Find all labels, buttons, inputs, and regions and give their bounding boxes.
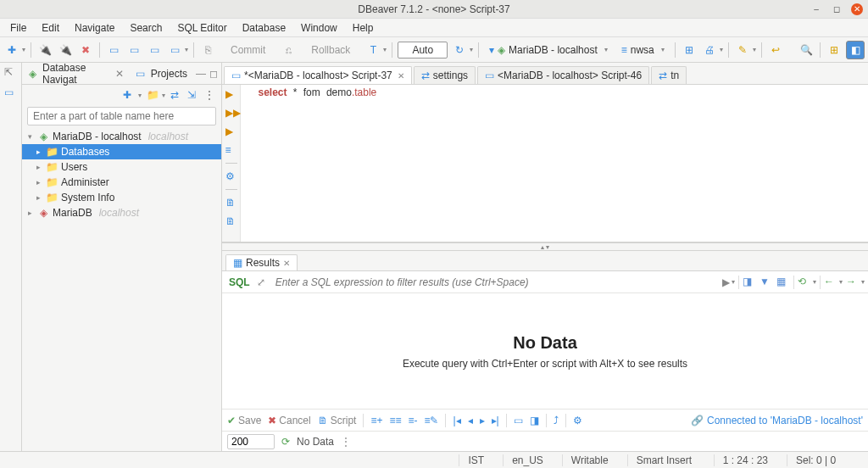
next-page-icon[interactable]: ▸ — [480, 415, 485, 426]
panels-toggle-icon[interactable]: ◨ — [530, 415, 539, 426]
sql-editor-icon[interactable]: ▭ — [105, 42, 122, 58]
apply-filter-icon[interactable]: ▶ — [722, 276, 730, 288]
editor-tab-tn[interactable]: ⇄tn — [651, 66, 687, 84]
connect-icon[interactable]: 🔌 — [36, 42, 53, 58]
dbeaver-perspective-icon[interactable]: ◧ — [846, 41, 865, 59]
sql-console-icon[interactable]: ▭ — [125, 42, 142, 58]
cancel-results-button[interactable]: ✖Cancel — [268, 415, 310, 426]
database-selector[interactable]: ≡nwsa▾ — [616, 42, 670, 58]
commit-button[interactable]: Commit — [220, 41, 276, 59]
rail-bookmark-icon[interactable]: ▭ — [4, 86, 18, 100]
first-page-icon[interactable]: |◂ — [453, 415, 460, 426]
editor-tab-script37[interactable]: ▭*<MariaDB - localhost> Script-37✕ — [224, 66, 412, 84]
execute-statement-icon[interactable]: ▶ — [225, 88, 237, 100]
txn-log-icon[interactable]: ↻ — [451, 42, 468, 58]
dup-row-icon[interactable]: ≡≡ — [389, 415, 401, 426]
disconnect-icon[interactable]: 🔌 — [57, 42, 74, 58]
open-sql-icon[interactable]: ▭ — [166, 42, 183, 58]
print-icon[interactable]: 🖨 — [701, 42, 718, 58]
add-row-icon[interactable]: ≡+ — [370, 415, 382, 426]
nav-filter-input[interactable] — [27, 107, 216, 125]
rollback-button[interactable]: Rollback — [300, 41, 361, 59]
rollback-icon[interactable]: ⎌ — [280, 42, 297, 58]
revert-icon[interactable]: ↩ — [767, 42, 784, 58]
export-icon[interactable]: ⤴ — [554, 415, 559, 426]
txn-mode-icon[interactable]: T — [364, 42, 381, 58]
rotate-icon[interactable]: ⟲ — [798, 276, 811, 289]
config-icon[interactable]: ▦ — [776, 276, 790, 289]
results-filter-input[interactable] — [272, 275, 719, 290]
editor-tab-script46[interactable]: ▭<MariaDB - localhost> Script-46 — [477, 66, 649, 84]
commit-icon[interactable]: ⎘ — [199, 42, 216, 58]
menu-window[interactable]: Window — [294, 20, 344, 36]
settings-icon[interactable]: ⚙ — [225, 170, 237, 182]
last-page-icon[interactable]: ▸| — [492, 415, 499, 426]
execute-new-tab-icon[interactable]: ▶ — [225, 125, 237, 137]
recent-sql-icon[interactable]: ▭ — [146, 42, 163, 58]
edit-icon[interactable]: ✎ — [734, 42, 751, 58]
maximize-icon[interactable]: ◻ — [209, 68, 218, 80]
new-connection-icon[interactable]: ✚ — [3, 42, 20, 58]
disconnect-all-icon[interactable]: ✖ — [77, 42, 94, 58]
script-button[interactable]: 🗎Script — [318, 415, 357, 426]
new-folder-icon[interactable]: 📁 — [147, 89, 159, 101]
minimize-icon[interactable]: — — [196, 68, 206, 80]
close-icon[interactable]: ✕ — [283, 259, 290, 268]
refresh-results-icon[interactable]: ⟳ — [281, 436, 290, 448]
collapse-all-icon[interactable]: ⇲ — [187, 89, 199, 101]
er-diagram-icon[interactable]: ⊞ — [681, 42, 698, 58]
editor-tab-settings[interactable]: ⇄settings — [414, 66, 476, 84]
editor-splitter[interactable]: ▴ ▾ — [222, 242, 868, 251]
tree-databases[interactable]: ▸📁 Databases — [22, 144, 221, 159]
filters-icon[interactable]: ▼ — [760, 276, 773, 289]
connection-selector[interactable]: ▾◈MariaDB - localhost▾ — [484, 42, 613, 58]
expand-filter-icon[interactable]: ⤢ — [257, 276, 269, 288]
menu-navigate[interactable]: Navigate — [68, 20, 121, 36]
navigator-panel: ◈ Database Navigat ✕ ▭ Projects —◻ ✚▾ 📁▾… — [22, 63, 222, 451]
maximize-button[interactable]: ◻ — [831, 3, 843, 15]
results-tab[interactable]: ▦Results✕ — [225, 254, 298, 270]
edit-row-icon[interactable]: ≡✎ — [424, 415, 438, 426]
tree-users[interactable]: ▸📁 Users — [22, 159, 221, 175]
tree-connection-mariadb-localhost[interactable]: ▾◈ MariaDB - localhost localhost — [22, 129, 221, 144]
menu-edit[interactable]: Edit — [35, 20, 66, 36]
prev-query-icon[interactable]: ← — [824, 276, 837, 289]
auto-commit-button[interactable]: Auto — [398, 42, 448, 58]
connection-status[interactable]: 🔗Connected to 'MariaDB - localhost' — [691, 415, 863, 426]
menu-search[interactable]: Search — [123, 20, 169, 36]
tab-close-icon[interactable]: ✕ — [115, 68, 124, 80]
tree-connection-mariadb[interactable]: ▸◈ MariaDB localhost — [22, 205, 221, 220]
save-icon[interactable]: 🗎 — [225, 197, 237, 209]
new-connection-nav-icon[interactable]: ✚ — [123, 89, 135, 101]
record-mode-icon[interactable]: ▭ — [514, 415, 523, 426]
save-results-button[interactable]: ✔Save — [227, 415, 261, 426]
tree-administer[interactable]: ▸📁 Administer — [22, 175, 221, 190]
navigator-toolbar: ✚▾ 📁▾ ⇄ ⇲ ⋮ — [22, 85, 221, 105]
perspective-icon[interactable]: ⊞ — [826, 42, 843, 58]
next-query-icon[interactable]: → — [846, 276, 860, 289]
close-button[interactable]: ✕ — [851, 3, 863, 15]
explain-plan-icon[interactable]: ≡ — [225, 144, 237, 156]
menu-help[interactable]: Help — [346, 20, 381, 36]
panels-icon[interactable]: ◨ — [743, 276, 756, 289]
rail-outline-icon[interactable]: ⇱ — [4, 66, 18, 80]
refresh-nav-icon[interactable]: ⋮ — [204, 89, 216, 101]
menu-file[interactable]: File — [3, 20, 33, 36]
close-icon[interactable]: ✕ — [398, 71, 404, 81]
del-row-icon[interactable]: ≡- — [408, 415, 417, 426]
minimize-button[interactable]: – — [810, 3, 822, 15]
load-icon[interactable]: 🗎 — [225, 215, 237, 227]
filter-history-icon[interactable]: ▾ — [732, 278, 735, 286]
sql-code-editor[interactable]: select * fom demo.table — [241, 85, 868, 242]
results-settings-icon[interactable]: ⚙ — [573, 415, 582, 426]
fetch-size-input[interactable] — [227, 434, 275, 449]
tree-system-info[interactable]: ▸📁 System Info — [22, 190, 221, 205]
prev-page-icon[interactable]: ◂ — [468, 415, 473, 426]
execute-script-icon[interactable]: ▶▶ — [225, 107, 237, 119]
link-editor-icon[interactable]: ⇄ — [170, 89, 182, 101]
menu-sql-editor[interactable]: SQL Editor — [170, 20, 233, 36]
tab-projects[interactable]: ▭ Projects — [132, 66, 191, 81]
menu-database[interactable]: Database — [236, 20, 292, 36]
search-toolbar-icon[interactable]: 🔍 — [798, 42, 815, 58]
tab-database-navigator[interactable]: ◈ Database Navigat ✕ — [25, 63, 127, 87]
